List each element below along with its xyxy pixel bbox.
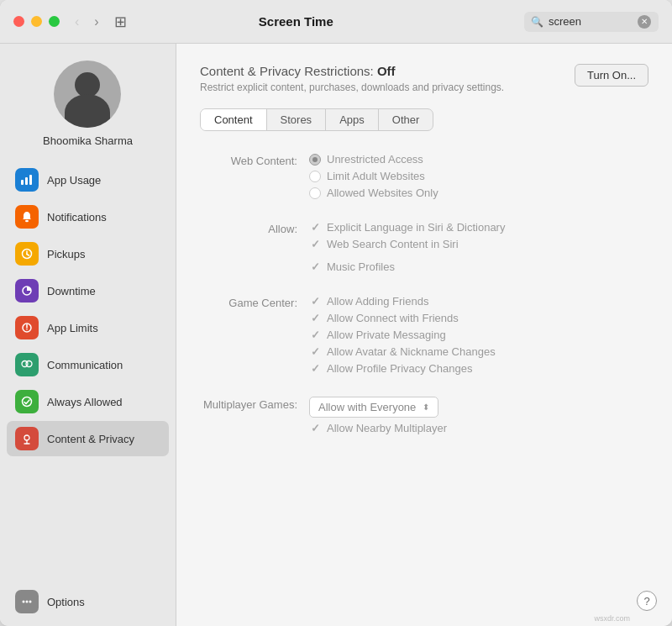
tab-content[interactable]: Content	[201, 109, 267, 130]
checkbox-adding-friends[interactable]: ✓ Allow Adding Friends	[309, 295, 496, 308]
game-center-label: Game Center:	[200, 295, 309, 309]
sidebar-bottom: Options	[0, 577, 176, 626]
panel-subtitle: Restrict explicit content, purchases, do…	[200, 82, 504, 93]
music-profiles-row: ✓ Music Profiles	[200, 255, 648, 278]
sidebar-item-pickups[interactable]: Pickups	[7, 236, 169, 271]
check-private-messaging-icon: ✓	[309, 329, 321, 341]
sidebar-label-always-allowed: Always Allowed	[47, 396, 123, 408]
check-private-messaging-label: Allow Private Messaging	[327, 329, 446, 341]
check-avatar-changes-icon: ✓	[309, 346, 321, 358]
user-name: Bhoomika Sharma	[43, 134, 133, 147]
checkbox-music-profiles[interactable]: ✓ Music Profiles	[309, 260, 395, 273]
tab-other[interactable]: Other	[379, 109, 433, 130]
check-explicit-lang-label: Explicit Language in Siri & Dictionary	[327, 221, 505, 234]
search-bar[interactable]: 🔍 ✕	[524, 12, 659, 32]
check-adding-friends-label: Allow Adding Friends	[327, 295, 428, 308]
multiplayer-label: Multiplayer Games:	[200, 397, 309, 411]
sidebar-label-app-usage: App Usage	[47, 174, 101, 187]
sidebar-item-content-privacy[interactable]: Content & Privacy	[7, 421, 169, 456]
svg-point-14	[24, 435, 29, 440]
dropdown-arrow-icon: ⬍	[423, 402, 429, 412]
multiplayer-select-row: Allow with Everyone ⬍	[309, 397, 447, 418]
allow-row: Allow: ✓ Explicit Language in Siri & Dic…	[200, 216, 648, 255]
check-nearby-multiplayer-label: Allow Nearby Multiplayer	[327, 422, 447, 434]
sidebar-label-downtime: Downtime	[47, 285, 96, 297]
check-connect-friends-label: Allow Connect with Friends	[327, 312, 459, 324]
right-panel: Content & Privacy Restrictions: Off Rest…	[176, 44, 672, 626]
panel-header: Content & Privacy Restrictions: Off Rest…	[200, 64, 648, 93]
check-nearby-multiplayer-icon: ✓	[309, 423, 321, 434]
checkbox-web-search[interactable]: ✓ Web Search Content in Siri	[309, 238, 505, 250]
window-controls	[13, 16, 60, 27]
watermark: wsxdr.com	[594, 614, 630, 623]
sidebar-item-communication[interactable]: Communication	[7, 347, 169, 382]
svg-point-16	[23, 601, 25, 603]
svg-point-3	[25, 220, 29, 222]
app-usage-icon	[15, 168, 39, 192]
avatar	[54, 60, 121, 128]
avatar-container: Bhoomika Sharma	[43, 60, 133, 147]
sidebar-nav: App Usage Notifications	[0, 162, 176, 577]
radio-allowed-only-label: Allowed Websites Only	[327, 187, 438, 199]
web-content-row: Web Content: Unrestricted Access Limit A…	[200, 148, 648, 204]
minimize-button[interactable]	[31, 16, 42, 27]
titlebar: ‹ › ⊞ Screen Time 🔍 ✕	[0, 0, 672, 44]
multiplayer-dropdown[interactable]: Allow with Everyone ⬍	[309, 397, 438, 418]
checkbox-nearby-multiplayer[interactable]: ✓ Allow Nearby Multiplayer	[309, 422, 447, 434]
checkbox-avatar-changes[interactable]: ✓ Allow Avatar & Nickname Changes	[309, 345, 496, 358]
sidebar-label-app-limits: App Limits	[47, 322, 98, 334]
downtime-icon	[15, 279, 39, 302]
gap-2	[200, 278, 648, 290]
maximize-button[interactable]	[49, 16, 60, 27]
content-section: Web Content: Unrestricted Access Limit A…	[200, 148, 648, 439]
svg-rect-2	[29, 175, 32, 185]
search-clear-button[interactable]: ✕	[638, 15, 651, 29]
sidebar-options-item[interactable]: Options	[7, 584, 169, 619]
checkbox-private-messaging[interactable]: ✓ Allow Private Messaging	[309, 329, 496, 341]
help-button[interactable]: ?	[637, 591, 657, 611]
radio-limit-adult[interactable]: Limit Adult Websites	[309, 170, 438, 182]
sidebar-item-downtime[interactable]: Downtime	[7, 273, 169, 308]
sidebar-label-notifications: Notifications	[47, 211, 107, 224]
checkbox-connect-friends[interactable]: ✓ Allow Connect with Friends	[309, 312, 496, 324]
allow-options: ✓ Explicit Language in Siri & Dictionary…	[309, 221, 505, 250]
game-center-row: Game Center: ✓ Allow Adding Friends ✓ Al…	[200, 290, 648, 380]
pickups-icon	[15, 242, 39, 266]
check-music-profiles-icon: ✓	[309, 261, 321, 273]
svg-point-18	[29, 601, 32, 603]
check-connect-friends-icon: ✓	[309, 313, 321, 324]
close-button[interactable]	[13, 16, 24, 27]
music-profiles-empty-label	[200, 260, 309, 262]
tab-stores[interactable]: Stores	[267, 109, 327, 130]
gap-1	[200, 204, 648, 216]
turn-on-button[interactable]: Turn On...	[575, 64, 648, 87]
app-limits-icon	[15, 316, 39, 339]
sidebar-item-app-usage[interactable]: App Usage	[7, 162, 169, 197]
radio-unrestricted[interactable]: Unrestricted Access	[309, 153, 438, 166]
svg-point-17	[26, 601, 29, 603]
check-music-profiles-label: Music Profiles	[327, 260, 395, 273]
check-web-search-label: Web Search Content in Siri	[327, 238, 459, 250]
radio-unrestricted-label: Unrestricted Access	[327, 153, 423, 166]
check-explicit-lang-icon: ✓	[309, 222, 321, 234]
sidebar-label-pickups: Pickups	[47, 248, 86, 260]
sidebar-item-always-allowed[interactable]: Always Allowed	[7, 384, 169, 419]
radio-allowed-only[interactable]: Allowed Websites Only	[309, 187, 438, 199]
radio-unrestricted-circle	[309, 154, 321, 166]
radio-limit-adult-circle	[309, 171, 321, 182]
always-allowed-icon	[15, 390, 39, 413]
window-title: Screen Time	[68, 14, 524, 29]
checkbox-profile-privacy[interactable]: ✓ Allow Profile Privacy Changes	[309, 362, 496, 375]
check-adding-friends-icon: ✓	[309, 296, 321, 308]
tab-apps[interactable]: Apps	[326, 109, 379, 130]
avatar-body	[65, 94, 110, 128]
web-content-label: Web Content:	[200, 153, 309, 167]
panel-title-prefix: Content & Privacy Restrictions:	[200, 64, 377, 78]
search-input[interactable]	[549, 15, 633, 28]
web-content-options: Unrestricted Access Limit Adult Websites…	[309, 153, 438, 199]
sidebar-item-notifications[interactable]: Notifications	[7, 199, 169, 234]
checkbox-explicit-lang[interactable]: ✓ Explicit Language in Siri & Dictionary	[309, 221, 505, 234]
sidebar-item-app-limits[interactable]: App Limits	[7, 310, 169, 345]
sidebar-label-options: Options	[47, 596, 85, 608]
check-profile-privacy-label: Allow Profile Privacy Changes	[327, 362, 472, 375]
